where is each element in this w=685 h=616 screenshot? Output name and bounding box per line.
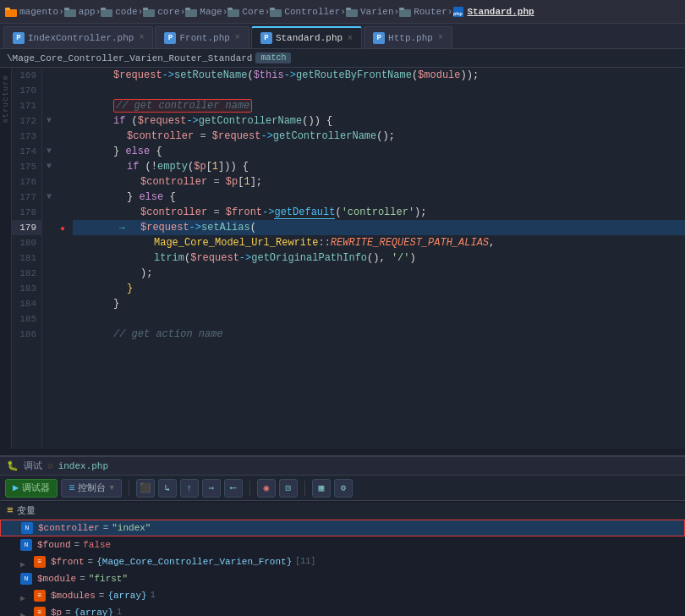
breadcrumb-controller[interactable]: Controller: [270, 7, 340, 17]
var-row-controller[interactable]: N $controller = "index": [0, 520, 685, 536]
bp-181[interactable]: [56, 250, 69, 266]
mute-icon: ⊡: [286, 482, 292, 493]
bp-182[interactable]: [56, 266, 69, 281]
var-row-front[interactable]: ▶ ≡ $front = {Mage_Core_Controller_Varie…: [0, 553, 685, 570]
bp-183[interactable]: [56, 281, 69, 296]
svg-rect-8: [185, 9, 197, 17]
run-cursor-icon: ⇒: [209, 482, 215, 493]
bp-175[interactable]: [56, 159, 69, 174]
var-name-front: $front: [51, 553, 85, 570]
collapse-185: [42, 311, 56, 327]
breadcrumb-file[interactable]: php Standard.php: [452, 7, 534, 17]
svg-text:php: php: [453, 11, 463, 17]
bp-178[interactable]: [56, 205, 69, 220]
debug-step-out-button[interactable]: ↑: [180, 479, 199, 498]
breadcrumb-code[interactable]: code: [101, 7, 137, 17]
debug-frames-button[interactable]: ▦: [312, 479, 331, 498]
breadcrumb-app[interactable]: app: [64, 7, 96, 17]
var-row-module[interactable]: N $module = "first": [0, 570, 685, 587]
bp-172[interactable]: [56, 113, 69, 129]
var-row-p[interactable]: ▶ ≡ $p = {array} 1: [0, 604, 685, 616]
var-val-front: {Mage_Core_Controller_Varien_Front}: [96, 553, 292, 570]
debug-step-over-button[interactable]: ⬛: [136, 479, 155, 498]
debug-mute-button[interactable]: ⊡: [279, 479, 298, 498]
code-line-177: } else {: [73, 190, 685, 205]
collapse-174[interactable]: ▼: [42, 144, 56, 159]
debug-file-sep: ⚙: [47, 460, 53, 471]
debug-step-into-button[interactable]: ↳: [158, 479, 177, 498]
breadcrumb-label-app: app: [79, 7, 96, 17]
tab-indexcontroller[interactable]: P IndexController.php ×: [3, 26, 153, 48]
debug-step-back-button[interactable]: ⟵: [224, 479, 243, 498]
breadcrumb-label-mage: Mage: [200, 7, 222, 17]
debug-breakpoint-button[interactable]: ◉: [257, 479, 276, 498]
code-line-170: [73, 83, 685, 98]
breadcrumb-router[interactable]: Router: [399, 7, 447, 17]
breakpoint-icon: ◉: [264, 482, 270, 493]
expand-modules-icon[interactable]: ▶: [20, 591, 30, 601]
collapse-172[interactable]: ▼: [42, 113, 56, 129]
close-tab-icon[interactable]: ×: [139, 33, 144, 42]
breadcrumb-core2[interactable]: Core: [227, 7, 264, 17]
breadcrumb-varien[interactable]: Varien: [346, 7, 394, 17]
bp-177[interactable]: [56, 190, 69, 205]
tab-front[interactable]: P Front.php ×: [155, 26, 249, 48]
debug-console-button[interactable]: ≡ 控制台 ▼: [61, 479, 122, 498]
expand-front-icon[interactable]: ▶: [20, 557, 30, 567]
tab-label-http: Http.php: [388, 33, 433, 43]
svg-rect-2: [64, 9, 76, 17]
bp-173[interactable]: [56, 129, 69, 144]
breadcrumb-label-code: code: [115, 7, 137, 17]
bp-174[interactable]: [56, 144, 69, 159]
svg-rect-14: [346, 9, 358, 17]
bp-185[interactable]: [56, 311, 69, 327]
expand-p-icon[interactable]: ▶: [20, 608, 30, 616]
bp-170[interactable]: [56, 83, 69, 98]
bp-171[interactable]: [56, 98, 69, 113]
var-row-modules[interactable]: ▶ ≡ $modules = {array} 1: [0, 587, 685, 604]
folder-icon-app: [64, 7, 76, 17]
svg-rect-0: [5, 9, 17, 17]
code-area: structure 169 170 171 172 173 174 175 17…: [0, 68, 685, 448]
bp-184[interactable]: [56, 296, 69, 311]
breadcrumb-label-magento: magento: [19, 7, 58, 17]
var-row-found[interactable]: N $found = false: [0, 536, 685, 553]
debug-run-button[interactable]: ▶ 调试器: [5, 479, 58, 498]
collapse-175[interactable]: ▼: [42, 159, 56, 174]
tab-standard[interactable]: P Standard.php ×: [251, 26, 362, 48]
code-content[interactable]: $request->setRouteName($this->getRouteBy…: [69, 68, 685, 448]
breadcrumb-magento[interactable]: magento: [5, 7, 58, 17]
bp-180[interactable]: [56, 235, 69, 250]
horizontal-scrollbar[interactable]: [0, 448, 685, 455]
bp-186[interactable]: [56, 327, 69, 342]
breadcrumb-mage[interactable]: Mage: [185, 7, 222, 17]
line-num-184: 184: [12, 296, 41, 311]
close-tab-standard-icon[interactable]: ×: [348, 34, 353, 43]
bp-176[interactable]: [56, 174, 69, 190]
close-tab-front-icon[interactable]: ×: [235, 33, 240, 42]
folder-icon-core: [143, 7, 155, 17]
bp-179[interactable]: ●: [56, 220, 69, 235]
close-tab-http-icon[interactable]: ×: [438, 33, 443, 42]
variables-section-label: 变量: [17, 503, 36, 520]
debug-run-cursor-button[interactable]: ⇒: [202, 479, 221, 498]
breadcrumb-label-core2: Core: [242, 7, 264, 17]
debug-settings-button[interactable]: ⚙: [334, 479, 353, 498]
line-num-183: 183: [12, 281, 41, 296]
code-line-176: $controller = $p[1];: [73, 174, 685, 190]
line-num-186: 186: [12, 327, 41, 342]
collapse-170: [42, 83, 56, 98]
var-eq-front: =: [88, 553, 94, 570]
breadcrumb-core[interactable]: core: [143, 7, 179, 17]
code-line-181: ltrim($request->getOriginalPathInfo(), '…: [73, 250, 685, 266]
bp-169[interactable]: [56, 68, 69, 83]
folder-icon-varien: [346, 7, 358, 17]
variables-section-header: ≡ 变量: [0, 503, 685, 520]
debug-run-label: 调试器: [22, 481, 50, 494]
collapse-177[interactable]: ▼: [42, 190, 56, 205]
breadcrumb: magento › app › code › core: [0, 0, 685, 24]
var-eq-found: =: [74, 536, 80, 553]
var-val-found: false: [83, 536, 111, 553]
breadcrumb-sep2: ›: [138, 7, 144, 17]
tab-http[interactable]: P Http.php ×: [364, 26, 452, 48]
